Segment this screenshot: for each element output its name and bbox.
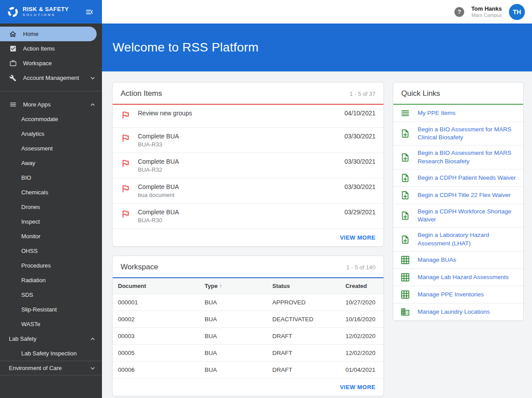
welcome-banner: Welcome to RSS Platform — [102, 24, 532, 71]
sidebar-item-account-management[interactable]: Account Management — [0, 71, 102, 85]
chevron-down-icon — [89, 364, 97, 372]
sidebar-item-waste[interactable]: WASTe — [0, 317, 102, 331]
sidebar-item-workspace[interactable]: Workspace — [0, 56, 102, 71]
cell-document: 00006 — [113, 362, 200, 378]
cell-document: 00005 — [113, 345, 200, 362]
flag-icon — [121, 158, 130, 168]
sidebar-item-monitor[interactable]: Monitor — [0, 229, 102, 244]
sidebar-item-chemicals[interactable]: Chemicals — [0, 185, 102, 200]
quick-link-laboratory-hazard-assessment[interactable]: Begin a Laboratory Hazard Assessment (LH… — [393, 228, 523, 251]
home-icon — [9, 30, 17, 38]
menu-open-icon — [85, 8, 94, 16]
grid-icon — [400, 290, 410, 299]
quick-link-cdph-workforce-shortage-waiver[interactable]: Begin a CDPH Workforce Shortage Waiver — [393, 204, 523, 228]
flag-icon — [121, 184, 130, 193]
note-add-icon — [400, 153, 410, 162]
sidebar-item-label: SDS — [21, 292, 33, 298]
table-row[interactable]: 000001 BUA APPROVED 10/27/2020 — [113, 294, 383, 311]
quick-link-bio-assessment-mars-research[interactable]: Begin a BIO Assessment for MARS Research… — [393, 146, 523, 169]
quick-link-manage-buas[interactable]: Manage BUAs — [393, 252, 523, 269]
action-item-subtitle: BUA-R32 — [138, 166, 179, 173]
sidebar-item-home[interactable]: Home — [0, 27, 97, 41]
user-menu[interactable]: Tom Hanks Mars Campus — [471, 5, 502, 19]
avatar[interactable]: TH — [509, 4, 525, 20]
action-item-row[interactable]: Complete BUA BUA-R32 03/30/2021 — [113, 153, 383, 178]
quick-link-label: Begin a BIO Assessment for MARS Research… — [418, 149, 516, 165]
sidebar-item-drones[interactable]: Drones — [0, 200, 102, 214]
workspace-header: Workspace 1 - 5 of 140 — [113, 256, 383, 277]
sidebar-section-environment-of-care[interactable]: Environment of Care — [0, 361, 102, 375]
action-item-subtitle: bua document — [138, 192, 179, 198]
sidebar-divider — [0, 91, 102, 91]
quick-link-label: Begin a CDPH Title 22 Flex Waiver — [418, 191, 511, 199]
action-item-row[interactable]: Complete BUA BUA-R33 03/30/2021 — [113, 128, 383, 153]
action-item-row[interactable]: Complete BUA BUA-R30 03/29/2021 — [113, 204, 383, 229]
quick-link-my-ppe-items[interactable]: My PPE Items — [393, 105, 523, 122]
sidebar-section-lab-safety[interactable]: Lab Safety — [0, 331, 102, 346]
table-row[interactable]: 00006 BUA DRAFT 01/04/2021 — [113, 362, 383, 378]
sidebar-item-label: Environment of Care — [9, 365, 62, 371]
sidebar-item-assessment[interactable]: Assessment — [0, 141, 102, 156]
sidebar-item-label: Analytics — [21, 130, 44, 137]
sidebar-item-procedures[interactable]: Procedures — [0, 258, 102, 273]
note-add-icon — [400, 129, 410, 138]
table-row[interactable]: 00003 BUA DRAFT 12/02/2020 — [113, 328, 383, 345]
page-title: Welcome to RSS Platform — [113, 40, 258, 55]
quick-link-manage-lab-hazard-assessments[interactable]: Manage Lab Hazard Assessments — [393, 269, 523, 286]
cell-document: 00003 — [113, 328, 200, 345]
note-add-icon — [400, 211, 410, 221]
cell-document: 000001 — [113, 294, 200, 311]
column-header-type[interactable]: Type ↑ — [200, 278, 267, 294]
sidebar-item-slip-resistant[interactable]: Slip-Resistant — [0, 302, 102, 317]
action-items-card: Action Items 1 - 5 of 37 Review new grou… — [112, 82, 384, 247]
sidebar-item-accommodate[interactable]: Accommodate — [0, 112, 102, 126]
sidebar-item-label: WASTe — [21, 321, 40, 327]
table-row[interactable]: 00002 BUA DEACTIVATED 10/16/2020 — [113, 311, 383, 328]
building-icon — [400, 307, 410, 317]
cell-type: BUA — [200, 362, 267, 378]
quick-link-cdph-patient-needs-waiver[interactable]: Begin a CDPH Patient Needs Waiver — [393, 169, 523, 187]
action-item-row[interactable]: Complete BUA bua document 03/30/2021 — [113, 178, 383, 204]
column-header-status[interactable]: Status — [267, 278, 340, 294]
sidebar-item-label: Slip-Resistant — [21, 306, 57, 313]
quick-link-cdph-title-22-flex-waiver[interactable]: Begin a CDPH Title 22 Flex Waiver — [393, 187, 523, 204]
action-item-text: Review new groups — [138, 110, 192, 117]
collapse-sidebar-button[interactable] — [84, 7, 95, 17]
action-item-date: 03/30/2021 — [339, 133, 376, 140]
quick-link-bio-assessment-mars-clinical[interactable]: Begin a BIO Assessment for MARS Clinical… — [393, 122, 523, 146]
sidebar-item-more-apps[interactable]: More Apps — [0, 97, 102, 112]
sidebar-item-radiation[interactable]: Radiation — [0, 273, 102, 288]
table-row[interactable]: 00005 BUA DRAFT 12/02/2020 — [113, 345, 383, 362]
quick-link-manage-laundry-locations[interactable]: Manage Laundry Locations — [393, 303, 523, 320]
sidebar-item-ohss[interactable]: OHSS — [0, 244, 102, 258]
sidebar-item-label: Action Items — [23, 45, 55, 52]
view-more-button[interactable]: VIEW MORE — [340, 234, 376, 241]
right-column: Quick Links My PPE Items Begin a BIO Ass… — [393, 82, 524, 321]
sidebar-item-analytics[interactable]: Analytics — [0, 126, 102, 141]
quick-link-label: Manage PPE Inventories — [418, 291, 484, 299]
sidebar-item-away[interactable]: Away — [0, 156, 102, 170]
column-header-document[interactable]: Document — [113, 278, 200, 294]
view-more-button[interactable]: VIEW MORE — [340, 384, 376, 390]
content: Action Items 1 - 5 of 37 Review new grou… — [102, 71, 532, 398]
cell-type: BUA — [200, 294, 267, 311]
workspace-card: Workspace 1 - 5 of 140 Document Type ↑ S… — [112, 256, 384, 396]
sidebar-item-label: Lab Safety — [9, 335, 36, 342]
sidebar-item-sds[interactable]: SDS — [0, 288, 102, 302]
help-button[interactable]: ? — [454, 7, 464, 17]
quick-link-label: Manage Lab Hazard Assessments — [418, 273, 509, 281]
quick-link-label: Begin a Laboratory Hazard Assessment (LH… — [418, 231, 516, 247]
quick-link-manage-ppe-inventories[interactable]: Manage PPE Inventories — [393, 286, 523, 303]
sidebar-nav: Home Action Items Workspace Account Mana… — [0, 24, 102, 375]
column-header-created[interactable]: Created — [340, 278, 383, 294]
sidebar-item-label: Accommodate — [21, 116, 58, 122]
sidebar-item-label: Monitor — [21, 233, 40, 240]
check-box-icon — [9, 45, 17, 53]
action-item-row[interactable]: Review new groups 04/10/2021 — [113, 105, 383, 128]
sidebar-item-bio[interactable]: BIO — [0, 170, 102, 185]
sidebar-item-lab-safety-inspection[interactable]: Lab Safety Inspection — [0, 346, 102, 361]
sidebar-item-action-items[interactable]: Action Items — [0, 41, 102, 56]
sidebar-item-label: Inspect — [21, 218, 40, 225]
action-item-subtitle: BUA-R33 — [138, 141, 179, 148]
sidebar-item-inspect[interactable]: Inspect — [0, 214, 102, 229]
